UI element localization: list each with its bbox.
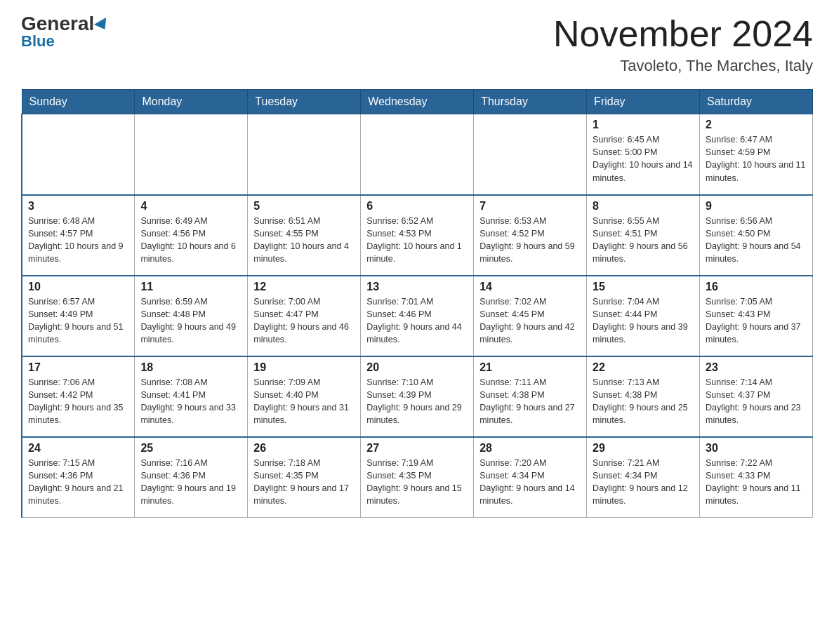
calendar-header-row: Sunday Monday Tuesday Wednesday Thursday… — [22, 90, 813, 114]
day-info: Sunrise: 7:09 AMSunset: 4:40 PMDaylight:… — [253, 376, 355, 427]
table-row: 4Sunrise: 6:49 AMSunset: 4:56 PMDaylight… — [135, 195, 248, 276]
week-row-3: 10Sunrise: 6:57 AMSunset: 4:49 PMDayligh… — [22, 276, 813, 356]
day-info: Sunrise: 6:53 AMSunset: 4:52 PMDaylight:… — [479, 215, 581, 266]
page-header: General Blue November 2024 Tavoleto, The… — [21, 14, 813, 75]
table-row — [474, 114, 587, 195]
day-info: Sunrise: 7:00 AMSunset: 4:47 PMDaylight:… — [253, 295, 355, 347]
header-sunday: Sunday — [22, 90, 135, 114]
logo-arrow-icon — [94, 18, 111, 33]
day-info: Sunrise: 7:20 AMSunset: 4:34 PMDaylight:… — [479, 457, 581, 508]
day-number: 9 — [706, 200, 807, 213]
day-number: 2 — [706, 119, 807, 131]
day-info: Sunrise: 6:55 AMSunset: 4:51 PMDaylight:… — [593, 215, 694, 266]
day-info: Sunrise: 7:02 AMSunset: 4:45 PMDaylight:… — [479, 295, 581, 347]
day-info: Sunrise: 7:01 AMSunset: 4:46 PMDaylight:… — [366, 295, 468, 347]
day-info: Sunrise: 7:14 AMSunset: 4:37 PMDaylight:… — [706, 376, 807, 427]
table-row: 1Sunrise: 6:45 AMSunset: 5:00 PMDaylight… — [587, 114, 700, 195]
day-info: Sunrise: 7:08 AMSunset: 4:41 PMDaylight:… — [140, 376, 241, 427]
header-wednesday: Wednesday — [361, 90, 474, 114]
header-thursday: Thursday — [474, 90, 587, 114]
table-row: 17Sunrise: 7:06 AMSunset: 4:42 PMDayligh… — [22, 356, 135, 437]
day-info: Sunrise: 7:18 AMSunset: 4:35 PMDaylight:… — [253, 457, 355, 508]
day-info: Sunrise: 6:51 AMSunset: 4:55 PMDaylight:… — [253, 215, 355, 266]
table-row — [135, 114, 248, 195]
day-number: 26 — [253, 442, 355, 455]
table-row: 25Sunrise: 7:16 AMSunset: 4:36 PMDayligh… — [135, 437, 248, 518]
day-number: 18 — [140, 361, 241, 374]
logo-general: General — [21, 13, 94, 34]
day-number: 27 — [366, 442, 468, 455]
day-number: 29 — [593, 442, 694, 455]
table-row — [361, 114, 474, 195]
table-row: 20Sunrise: 7:10 AMSunset: 4:39 PMDayligh… — [361, 356, 474, 437]
table-row: 7Sunrise: 6:53 AMSunset: 4:52 PMDaylight… — [474, 195, 587, 276]
day-info: Sunrise: 6:47 AMSunset: 4:59 PMDaylight:… — [706, 133, 807, 185]
day-number: 28 — [479, 442, 581, 455]
day-number: 23 — [706, 361, 807, 374]
table-row — [22, 114, 135, 195]
day-info: Sunrise: 6:57 AMSunset: 4:49 PMDaylight:… — [28, 295, 128, 347]
table-row: 23Sunrise: 7:14 AMSunset: 4:37 PMDayligh… — [700, 356, 813, 437]
day-number: 10 — [28, 281, 128, 293]
header-monday: Monday — [135, 90, 248, 114]
table-row: 27Sunrise: 7:19 AMSunset: 4:35 PMDayligh… — [361, 437, 474, 518]
calendar-subtitle: Tavoleto, The Marches, Italy — [553, 57, 813, 75]
table-row: 11Sunrise: 6:59 AMSunset: 4:48 PMDayligh… — [135, 276, 248, 356]
table-row: 29Sunrise: 7:21 AMSunset: 4:34 PMDayligh… — [587, 437, 700, 518]
day-info: Sunrise: 7:04 AMSunset: 4:44 PMDaylight:… — [593, 295, 694, 347]
day-number: 21 — [479, 361, 581, 374]
table-row: 28Sunrise: 7:20 AMSunset: 4:34 PMDayligh… — [474, 437, 587, 518]
table-row: 26Sunrise: 7:18 AMSunset: 4:35 PMDayligh… — [248, 437, 361, 518]
day-number: 5 — [253, 200, 355, 213]
calendar-table: Sunday Monday Tuesday Wednesday Thursday… — [21, 89, 813, 518]
day-info: Sunrise: 6:59 AMSunset: 4:48 PMDaylight:… — [140, 295, 241, 347]
day-info: Sunrise: 7:16 AMSunset: 4:36 PMDaylight:… — [140, 457, 241, 508]
day-info: Sunrise: 6:45 AMSunset: 5:00 PMDaylight:… — [593, 133, 694, 185]
day-info: Sunrise: 6:49 AMSunset: 4:56 PMDaylight:… — [140, 215, 241, 266]
table-row: 16Sunrise: 7:05 AMSunset: 4:43 PMDayligh… — [700, 276, 813, 356]
day-number: 13 — [366, 281, 468, 293]
day-number: 7 — [479, 200, 581, 213]
table-row: 21Sunrise: 7:11 AMSunset: 4:38 PMDayligh… — [474, 356, 587, 437]
header-friday: Friday — [587, 90, 700, 114]
day-info: Sunrise: 6:52 AMSunset: 4:53 PMDaylight:… — [366, 215, 468, 266]
title-area: November 2024 Tavoleto, The Marches, Ita… — [553, 14, 813, 75]
day-number: 20 — [366, 361, 468, 374]
day-info: Sunrise: 7:10 AMSunset: 4:39 PMDaylight:… — [366, 376, 468, 427]
day-info: Sunrise: 7:15 AMSunset: 4:36 PMDaylight:… — [28, 457, 128, 508]
day-number: 8 — [593, 200, 694, 213]
day-info: Sunrise: 6:48 AMSunset: 4:57 PMDaylight:… — [28, 215, 128, 266]
day-number: 6 — [366, 200, 468, 213]
table-row: 30Sunrise: 7:22 AMSunset: 4:33 PMDayligh… — [700, 437, 813, 518]
day-info: Sunrise: 7:06 AMSunset: 4:42 PMDaylight:… — [28, 376, 128, 427]
day-number: 4 — [140, 200, 241, 213]
day-number: 24 — [28, 442, 128, 455]
header-saturday: Saturday — [700, 90, 813, 114]
week-row-2: 3Sunrise: 6:48 AMSunset: 4:57 PMDaylight… — [22, 195, 813, 276]
table-row: 24Sunrise: 7:15 AMSunset: 4:36 PMDayligh… — [22, 437, 135, 518]
week-row-4: 17Sunrise: 7:06 AMSunset: 4:42 PMDayligh… — [22, 356, 813, 437]
table-row: 10Sunrise: 6:57 AMSunset: 4:49 PMDayligh… — [22, 276, 135, 356]
day-number: 22 — [593, 361, 694, 374]
day-number: 1 — [593, 119, 694, 131]
table-row: 19Sunrise: 7:09 AMSunset: 4:40 PMDayligh… — [248, 356, 361, 437]
table-row: 13Sunrise: 7:01 AMSunset: 4:46 PMDayligh… — [361, 276, 474, 356]
table-row: 6Sunrise: 6:52 AMSunset: 4:53 PMDaylight… — [361, 195, 474, 276]
day-number: 3 — [28, 200, 128, 213]
table-row: 8Sunrise: 6:55 AMSunset: 4:51 PMDaylight… — [587, 195, 700, 276]
day-info: Sunrise: 6:56 AMSunset: 4:50 PMDaylight:… — [706, 215, 807, 266]
table-row: 14Sunrise: 7:02 AMSunset: 4:45 PMDayligh… — [474, 276, 587, 356]
table-row: 5Sunrise: 6:51 AMSunset: 4:55 PMDaylight… — [248, 195, 361, 276]
day-info: Sunrise: 7:11 AMSunset: 4:38 PMDaylight:… — [479, 376, 581, 427]
day-info: Sunrise: 7:19 AMSunset: 4:35 PMDaylight:… — [366, 457, 468, 508]
week-row-1: 1Sunrise: 6:45 AMSunset: 5:00 PMDaylight… — [22, 114, 813, 195]
day-number: 19 — [253, 361, 355, 374]
calendar-title: November 2024 — [553, 14, 813, 54]
table-row: 9Sunrise: 6:56 AMSunset: 4:50 PMDaylight… — [700, 195, 813, 276]
day-number: 16 — [706, 281, 807, 293]
day-info: Sunrise: 7:21 AMSunset: 4:34 PMDaylight:… — [593, 457, 694, 508]
table-row: 3Sunrise: 6:48 AMSunset: 4:57 PMDaylight… — [22, 195, 135, 276]
table-row: 18Sunrise: 7:08 AMSunset: 4:41 PMDayligh… — [135, 356, 248, 437]
table-row: 22Sunrise: 7:13 AMSunset: 4:38 PMDayligh… — [587, 356, 700, 437]
table-row: 2Sunrise: 6:47 AMSunset: 4:59 PMDaylight… — [700, 114, 813, 195]
